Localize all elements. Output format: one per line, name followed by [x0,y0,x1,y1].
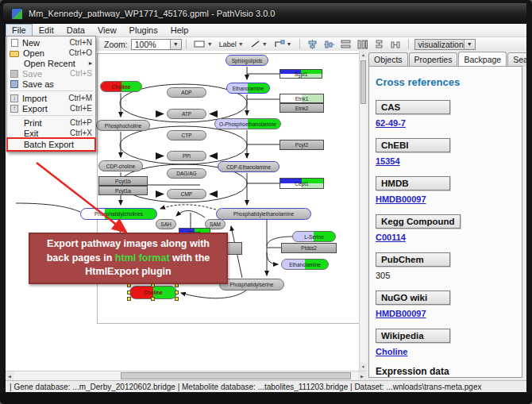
xref-value-chebi[interactable]: 15354 [376,156,515,166]
node-phosphatidylserine[interactable]: Phosphatidylserine [219,279,284,290]
node-ethanolamine[interactable]: Ethanolamine [281,259,329,270]
menu-plugins[interactable]: Plugins [123,24,164,37]
vertical-scroll-thumb[interactable] [360,60,366,104]
label-template-button[interactable]: Label ▼ [217,37,246,51]
chevron-down-icon[interactable]: ▼ [464,40,475,49]
selection-handle[interactable] [175,290,179,294]
node-etnk2[interactable]: Etnk2 [279,103,324,113]
node-label: SAM [210,221,221,227]
xref-header-nugo-wiki: NuGO wiki [376,290,450,305]
node-ptdss2[interactable]: Ptdss2 [281,243,337,253]
connector-tool-button[interactable]: ▼ [272,37,295,51]
menu-edit[interactable]: Edit [33,24,60,37]
node-sgpl1[interactable]: Sgpl1 [279,69,322,79]
node-sah[interactable]: SAH [156,219,176,229]
export-icon: ↑ [10,105,18,113]
node-pcyt2[interactable]: Pcyt2 [279,140,324,150]
node-ppi[interactable]: PPi [167,151,206,161]
node-adp[interactable]: ADP [167,87,206,98]
selection-handle[interactable] [127,283,131,287]
node-cdp-choline[interactable]: CDP-choline [98,160,143,171]
node-label: Phosphatidylcholines [94,211,143,217]
node-pcyt1a[interactable]: Pcyt1a [98,186,148,195]
line-tool-button[interactable]: ▼ [248,37,270,51]
node-choline[interactable]: Choline [100,81,142,92]
open-icon [10,51,19,57]
file-menu-item-save[interactable]: SaveCtrl+S [7,68,95,79]
chevron-down-icon[interactable]: ▼ [262,41,268,47]
label-button-text: Label [219,40,237,48]
node-cmp[interactable]: CMP [167,189,206,199]
menu-view[interactable]: View [91,24,123,37]
tab-backpage[interactable]: Backpage [458,52,507,66]
node-etnk1[interactable]: Etnk1 [279,94,324,103]
menu-data[interactable]: Data [60,24,91,37]
file-menu-item-open-recent[interactable]: Open Recent▸ [7,58,95,68]
horizontal-scroll-thumb[interactable] [121,372,351,379]
menu-item-label: Print [20,118,70,128]
zoom-combobox[interactable]: 100% ▼ [131,39,182,50]
status-bar: | Gene database: ...m_Derby_20120602.bri… [6,380,526,392]
xref-header-wikipedia: Wikipedia [376,329,450,343]
scroll-left-icon[interactable]: ◀ [6,371,13,380]
align-center-y-button[interactable] [322,37,337,51]
file-menu-item-print[interactable]: PrintCtrl+P [7,117,95,128]
file-menu-item-new[interactable]: NewCtrl+N [7,37,95,48]
menu-file[interactable]: File [6,24,33,37]
chevron-down-icon[interactable]: ▼ [238,41,244,47]
visualization-combobox[interactable]: visualization ▼ [414,39,476,50]
tab-objects[interactable]: Objects [368,52,408,67]
datanode-template-button[interactable]: ▼ [191,37,215,51]
node-label: Phosphocholine [105,123,141,129]
chevron-down-icon[interactable]: ▼ [287,41,292,47]
xref-value-wikipedia[interactable]: Choline [376,347,515,356]
node-dag-ag[interactable]: DAG/AG [167,168,206,179]
file-menu-item-open[interactable]: OpenCtrl+O [7,48,95,58]
chevron-down-icon[interactable]: ▼ [170,40,181,49]
node-phosphatidylcholines[interactable]: Phosphatidylcholines [80,208,157,220]
selection-handle[interactable] [127,297,131,301]
node-label: SAH [160,221,171,227]
node-cdp-ethanolamine[interactable]: CDP-Ethanolamine [218,161,279,172]
blank-icon [10,129,20,137]
common-height-button[interactable] [355,37,370,51]
node-cept1[interactable]: Cept1 [279,178,324,189]
node-ethanolamine[interactable]: Ethanolamine [226,83,270,94]
xref-value-kegg-compound[interactable]: C00114 [376,233,515,242]
stack-horizontal-button[interactable] [388,37,403,51]
node-phosphocholine[interactable]: Phosphocholine [96,120,150,131]
tab-properties[interactable]: Properties [409,52,458,67]
selection-handle[interactable] [175,297,179,301]
selection-handle[interactable] [127,290,131,294]
file-menu-item-batch-export[interactable]: Batch Export [7,138,95,151]
chevron-down-icon[interactable]: ▼ [207,41,213,47]
canvas-vertical-scrollbar[interactable]: ▲ ▼ [359,51,366,371]
node-sphingolipids[interactable]: Sphingolipids [226,55,268,66]
selection-handle[interactable] [151,283,155,287]
blank-icon [10,59,20,67]
visualization-value: visualization [418,40,464,49]
node-pcyt1b[interactable]: Pcyt1b [98,176,148,186]
node-ctp[interactable]: CTP [167,130,206,140]
blank-icon [10,140,20,149]
node-l-serine[interactable]: L-Serine [292,231,336,242]
align-center-x-button[interactable] [305,37,320,51]
common-width-button[interactable] [338,37,353,51]
stack-vertical-button[interactable] [372,37,387,51]
selection-handle[interactable] [151,297,155,301]
node-atp[interactable]: ATP [167,109,206,119]
file-menu-item-save-as[interactable]: Save as [7,79,95,89]
scroll-right-icon[interactable]: ▶ [358,371,366,380]
xref-value-nugo-wiki[interactable]: HMDB00097 [376,309,515,318]
xref-value-cas[interactable]: 62-49-7 [376,118,515,128]
file-menu-item-export[interactable]: ↑ExportCtrl+E [7,103,95,114]
canvas-horizontal-scrollbar[interactable]: ◀ ▶ [6,371,366,380]
node-o-phosphoethanolamine[interactable]: O-Phosphoethanolamine [214,118,281,129]
title-bar[interactable]: Mm_Kennedy_pathway_WP1771_45176.gpml - P… [3,3,529,24]
node-phosphatidylethanolamine[interactable]: Phosphatidylethanolamine [216,208,311,220]
file-menu-item-exit[interactable]: ExitCtrl+X [7,128,95,138]
xref-value-hmdb[interactable]: HMDB00097 [376,194,515,204]
selection-handle[interactable] [175,283,179,287]
file-menu-item-import[interactable]: ↓ImportCtrl+M [7,93,95,103]
menu-help[interactable]: Help [164,24,195,37]
